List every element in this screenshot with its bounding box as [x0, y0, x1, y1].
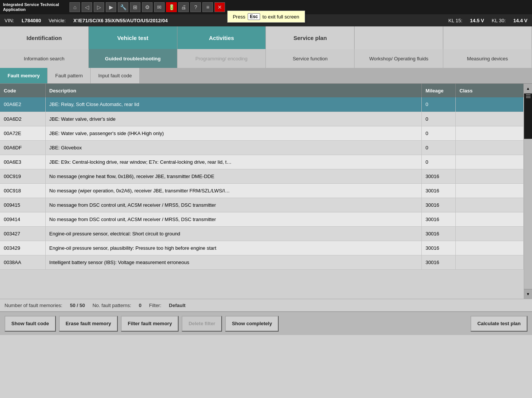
stop-icon[interactable]: ▶	[106, 2, 116, 12]
col-header-code: Code	[0, 84, 45, 97]
cell-description: No message (engine heat flow, 0x1B6), re…	[45, 169, 422, 183]
app-title: Integrated Service Technical Application	[3, 2, 59, 12]
cell-class	[456, 183, 524, 198]
cell-code: 0038AA	[0, 255, 45, 269]
tools-icon[interactable]: 🔧	[118, 2, 128, 12]
cell-code: 00C919	[0, 169, 45, 183]
subtab-programming: Programming/ encoding	[177, 49, 266, 68]
show-fault-code-button[interactable]: Show fault code	[5, 316, 56, 332]
cell-description: JBE: Glovebox	[45, 140, 422, 155]
home-icon[interactable]: ⌂	[69, 2, 80, 12]
forward-icon[interactable]: ▷	[94, 2, 104, 12]
table-row[interactable]: 00C918 No message (wiper operation, 0x2A…	[0, 183, 524, 198]
subtab-service-func[interactable]: Service function	[266, 49, 355, 68]
col-header-description: Description	[45, 84, 422, 97]
cell-class	[456, 198, 524, 212]
cell-mileage: 0	[422, 126, 456, 140]
cell-class	[456, 255, 524, 269]
tab-empty2	[443, 26, 532, 49]
cell-code: 00C918	[0, 183, 45, 198]
subtab-measuring[interactable]: Measuring devices	[443, 49, 532, 68]
scroll-thumb[interactable]	[524, 94, 532, 139]
cell-class	[456, 241, 524, 255]
scroll-down-button[interactable]: ▼	[524, 289, 532, 299]
vehicle-label: Vehicle:	[49, 18, 66, 23]
cell-class	[456, 112, 524, 126]
cell-mileage: 0	[422, 155, 456, 169]
settings-icon[interactable]: ⚙	[142, 2, 153, 12]
cell-mileage: 30016	[422, 198, 456, 212]
table-row[interactable]: 00A6E2 JBE: Relay, Soft Close Automatic,…	[0, 97, 524, 112]
tab-service-plan[interactable]: Service plan	[266, 26, 355, 49]
help-icon[interactable]: ?	[190, 2, 201, 12]
fault-table-wrapper: Code Description Mileage Class 00A6E2 JB…	[0, 84, 532, 299]
fault-memories-value: 50 / 50	[70, 303, 85, 308]
subtab-workshop[interactable]: Workshop/ Operating fluids	[355, 49, 443, 68]
mail-icon[interactable]: ✉	[154, 2, 165, 12]
fault-table-scroll: Code Description Mileage Class 00A6E2 JB…	[0, 84, 524, 299]
cell-mileage: 30016	[422, 212, 456, 226]
vehicle-value: X'/E71/SC/X6 35iX/N55/AUTO/US/2012/04	[73, 18, 168, 23]
calculate-test-plan-button[interactable]: Calculate test plan	[470, 316, 527, 332]
table-row[interactable]: 003429 Engine-oil pressure sensor, plaus…	[0, 241, 524, 255]
tab-fault-memory[interactable]: Fault memory	[0, 68, 48, 83]
fault-memories-label: Number of fault memories:	[5, 303, 62, 308]
tab-row2: Fault memory Fault pattern Input fault c…	[0, 68, 532, 84]
table-row[interactable]: 00C919 No message (engine heat flow, 0x1…	[0, 169, 524, 183]
tab-vehicle-test[interactable]: Vehicle test	[89, 26, 177, 49]
cell-class	[456, 155, 524, 169]
filter-value: Default	[169, 303, 185, 308]
grid-icon[interactable]: ⊞	[130, 2, 140, 12]
scrollbar[interactable]: ▲ ▼	[524, 84, 532, 299]
kl15-label: KL 15:	[449, 18, 463, 23]
cell-class	[456, 140, 524, 155]
cell-description: JBE: Water valve, driver's side	[45, 112, 422, 126]
tab-input-fault[interactable]: Input fault code	[91, 68, 140, 83]
show-completely-button[interactable]: Show completely	[225, 316, 279, 332]
cell-description: JBE: E9x: Central-locking drive, rear wi…	[45, 155, 422, 169]
cell-description: No message from DSC control unit, ACSM r…	[45, 212, 422, 226]
tab-identification[interactable]: Identification	[0, 26, 89, 49]
table-row[interactable]: 003427 Engine-oil pressure sensor, elect…	[0, 226, 524, 241]
table-row[interactable]: 00A6E3 JBE: E9x: Central-locking drive, …	[0, 155, 524, 169]
table-row[interactable]: 00A6DF JBE: Glovebox 0	[0, 140, 524, 155]
scroll-up-button[interactable]: ▲	[524, 84, 532, 94]
cell-code: 009414	[0, 212, 45, 226]
scroll-track[interactable]	[524, 94, 532, 289]
back-icon[interactable]: ◁	[82, 2, 92, 12]
table-row[interactable]: 009415 No message from DSC control unit,…	[0, 198, 524, 212]
cell-mileage: 0	[422, 140, 456, 155]
table-row[interactable]: 009414 No message from DSC control unit,…	[0, 212, 524, 226]
esc-tooltip: Press Esc to exit full screen	[227, 11, 305, 23]
status-bar: Number of fault memories: 50 / 50 No. fa…	[0, 299, 532, 312]
subtab-info-search[interactable]: Information search	[0, 49, 89, 68]
tab-fault-pattern[interactable]: Fault pattern	[48, 68, 91, 83]
fault-table: Code Description Mileage Class 00A6E2 JB…	[0, 84, 524, 270]
battery-icon[interactable]: 🔋	[166, 2, 177, 12]
cell-code: 00A6E2	[0, 97, 45, 112]
list-icon[interactable]: ≡	[202, 2, 213, 12]
fault-patterns-label: No. fault patterns:	[93, 303, 131, 308]
cell-code: 00A6E3	[0, 155, 45, 169]
cell-description: JBE: Relay, Soft Close Automatic, rear l…	[45, 97, 422, 112]
cell-code: 003429	[0, 241, 45, 255]
esc-key: Esc	[248, 13, 260, 20]
fault-patterns-value: 0	[139, 303, 142, 308]
table-row[interactable]: 00A6D2 JBE: Water valve, driver's side 0	[0, 112, 524, 126]
cell-description: Engine-oil pressure sensor, plausibility…	[45, 241, 422, 255]
main-nav: Identification Vehicle test Activities S…	[0, 26, 532, 49]
tab-empty1	[355, 26, 443, 49]
cell-class	[456, 226, 524, 241]
subtab-guided[interactable]: Guided troubleshooting	[89, 49, 177, 68]
tab-activities[interactable]: Activities	[177, 26, 266, 49]
table-row[interactable]: 00A72E JBE: Water valve, passenger's sid…	[0, 126, 524, 140]
erase-fault-memory-button[interactable]: Erase fault memory	[59, 316, 118, 332]
filter-fault-memory-button[interactable]: Filter fault memory	[121, 316, 179, 332]
cell-mileage: 0	[422, 112, 456, 126]
print-icon[interactable]: 🖨	[178, 2, 189, 12]
cell-mileage: 30016	[422, 241, 456, 255]
table-row[interactable]: 0038AA Intelligent battery sensor (IBS):…	[0, 255, 524, 269]
close-icon[interactable]: ✕	[214, 2, 225, 12]
cell-class	[456, 126, 524, 140]
cell-mileage: 30016	[422, 169, 456, 183]
